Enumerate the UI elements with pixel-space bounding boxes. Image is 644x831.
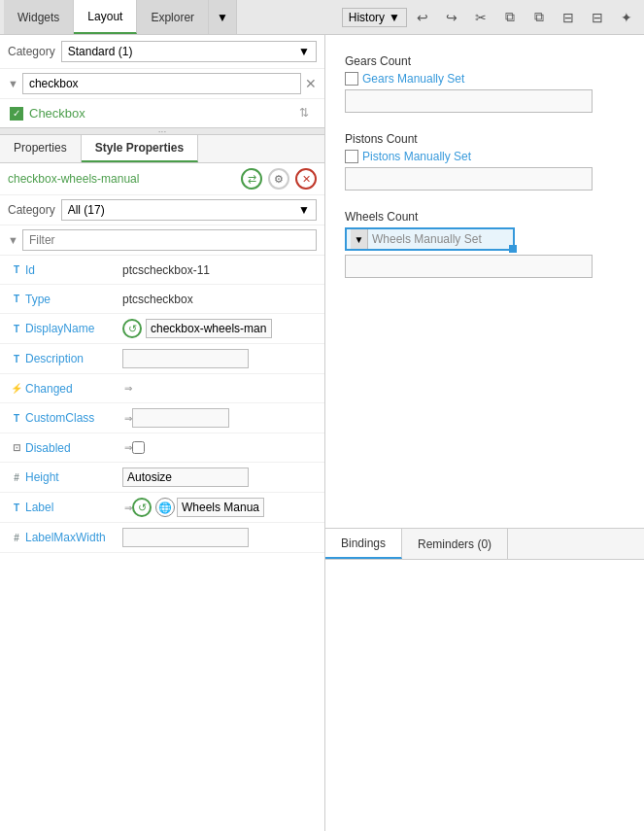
copy-button[interactable]: ⧉ bbox=[496, 4, 524, 31]
pistons-input[interactable] bbox=[345, 167, 593, 190]
label-refresh-button[interactable]: ↺ bbox=[132, 498, 152, 517]
pistons-field-row: Pistons Manually Set bbox=[345, 150, 625, 163]
tab-reminders[interactable]: Reminders (0) bbox=[402, 529, 508, 559]
prop-name-height: Height bbox=[25, 470, 122, 484]
history-dropdown-icon: ▼ bbox=[389, 11, 400, 24]
gears-checkbox[interactable] bbox=[345, 72, 358, 86]
props-category-select[interactable]: All (17) ▼ bbox=[61, 199, 317, 221]
prop-name-displayname: DisplayName bbox=[25, 322, 122, 335]
toolbar-tabs: Widgets Layout Explorer ▼ bbox=[4, 0, 237, 34]
prop-name-labelmaxwidth: LabelMaxWidth bbox=[25, 531, 122, 544]
wheels-field-row: ▼ Wheels Manually Set bbox=[345, 227, 625, 251]
prop-row-description: T Description bbox=[0, 344, 324, 374]
panel-divider: ··· bbox=[0, 127, 324, 135]
label-input[interactable] bbox=[177, 498, 264, 517]
disabled-checkbox[interactable] bbox=[132, 441, 145, 454]
prop-type-icon-customclass: T bbox=[8, 413, 25, 424]
prop-row-displayname: T DisplayName ↺ bbox=[0, 314, 324, 344]
tab-layout[interactable]: Layout bbox=[74, 0, 137, 34]
tab-bindings[interactable]: Bindings bbox=[325, 529, 402, 559]
tab-widgets[interactable]: Widgets bbox=[4, 0, 74, 34]
tab-style-properties[interactable]: Style Properties bbox=[82, 135, 198, 162]
component-name-row: checkbox-wheels-manual ⇄ ⚙ ✕ bbox=[0, 163, 324, 195]
category-row: Category Standard (1) ▼ bbox=[0, 35, 324, 69]
prop-type-icon-type: T bbox=[8, 294, 25, 304]
prop-arrow-label: ⇒ bbox=[124, 502, 132, 513]
props-category-dropdown-icon: ▼ bbox=[298, 203, 310, 217]
prop-type-icon-disabled: ⊡ bbox=[8, 442, 25, 453]
widget-filter-row: ▼ ✕ bbox=[0, 69, 324, 99]
filter-icon: ▼ bbox=[8, 78, 18, 89]
gears-input[interactable] bbox=[345, 89, 593, 113]
component-name: checkbox-wheels-manual bbox=[8, 172, 235, 186]
share-button[interactable]: ⇄ bbox=[241, 168, 262, 190]
prop-value-type: ptcscheckbox bbox=[122, 293, 317, 306]
top-toolbar: Widgets Layout Explorer ▼ History ▼ ↩ ↪ … bbox=[0, 0, 644, 35]
prop-row-disabled: ⊡ Disabled ⇒ bbox=[0, 433, 324, 463]
gears-checkbox-manual: Gears Manually Set bbox=[345, 72, 464, 86]
displayname-refresh-button[interactable]: ↺ bbox=[122, 319, 142, 338]
label-globe-button[interactable]: 🌐 bbox=[155, 498, 175, 517]
props-category-label: Category bbox=[8, 203, 55, 217]
category-select[interactable]: Standard (1) ▼ bbox=[61, 41, 317, 62]
wheels-dropdown-resizer[interactable] bbox=[509, 245, 517, 253]
cut-button[interactable]: ✂ bbox=[467, 4, 494, 31]
widget-checkbox-label: Checkbox bbox=[29, 106, 85, 121]
wheels-dropdown-inner: ▼ Wheels Manually Set bbox=[345, 227, 515, 251]
wheels-input[interactable] bbox=[345, 255, 593, 278]
close-component-button[interactable]: ✕ bbox=[295, 168, 317, 190]
canvas-area: Gears Count Gears Manually Set Pistons C… bbox=[325, 35, 644, 528]
tab-explorer[interactable]: Explorer bbox=[137, 0, 209, 34]
tab-dropdown-arrow[interactable]: ▼ bbox=[209, 0, 237, 34]
pistons-field-group: Pistons Count Pistons Manually Set bbox=[345, 132, 625, 190]
height-input[interactable] bbox=[122, 467, 249, 487]
prop-name-description: Description bbox=[25, 352, 122, 365]
gears-field-group: Gears Count Gears Manually Set bbox=[345, 54, 625, 113]
wheels-dropdown-arrow[interactable]: ▼ bbox=[351, 229, 368, 249]
prop-arrow-changed: ⇒ bbox=[124, 383, 132, 394]
undo-button[interactable]: ↩ bbox=[409, 4, 436, 31]
prop-name-changed: Changed bbox=[25, 382, 122, 396]
customclass-input[interactable] bbox=[132, 408, 229, 428]
prop-row-customclass: T CustomClass ⇒ bbox=[0, 403, 324, 433]
wheels-field-group: Wheels Count ▼ Wheels Manually Set bbox=[345, 210, 625, 278]
prop-row-height: # Height bbox=[0, 463, 324, 493]
category-label: Category bbox=[8, 45, 55, 58]
prop-name-disabled: Disabled bbox=[25, 441, 122, 455]
grid-button[interactable]: ⊟ bbox=[555, 4, 582, 31]
description-input[interactable] bbox=[122, 349, 249, 368]
prop-value-id: ptcscheckbox-11 bbox=[122, 263, 317, 277]
settings-button[interactable]: ⚙ bbox=[268, 168, 289, 190]
layout-button[interactable]: ⊟ bbox=[584, 4, 611, 31]
history-button[interactable]: History ▼ bbox=[342, 8, 407, 27]
labelmaxwidth-input[interactable] bbox=[122, 528, 249, 547]
props-filter-input[interactable] bbox=[22, 229, 317, 251]
redo-button[interactable]: ↪ bbox=[438, 4, 465, 31]
toolbar-right: History ▼ ↩ ↪ ✂ ⧉ ⧉ ⊟ ⊟ ✦ bbox=[342, 4, 640, 31]
tab-properties[interactable]: Properties bbox=[0, 135, 82, 162]
left-panel: Category Standard (1) ▼ ▼ ✕ Checkbox ⇅ ·… bbox=[0, 35, 325, 831]
prop-name-id: Id bbox=[25, 263, 122, 277]
widget-checkbox-check bbox=[10, 107, 23, 121]
prop-type-icon-description: T bbox=[8, 354, 25, 364]
right-panel: Gears Count Gears Manually Set Pistons C… bbox=[325, 35, 644, 831]
displayname-input[interactable] bbox=[146, 319, 272, 338]
wheels-dropdown-field[interactable]: ▼ Wheels Manually Set bbox=[345, 227, 515, 251]
category-dropdown-icon: ▼ bbox=[298, 45, 310, 58]
props-category-row: Category All (17) ▼ bbox=[0, 195, 324, 225]
widget-checkbox-item[interactable]: Checkbox ⇅ bbox=[0, 99, 324, 127]
main-layout: Category Standard (1) ▼ ▼ ✕ Checkbox ⇅ ·… bbox=[0, 35, 644, 831]
prop-name-customclass: CustomClass bbox=[25, 411, 122, 425]
props-filter-row: ▼ bbox=[0, 225, 324, 256]
paste-button[interactable]: ⧉ bbox=[525, 4, 553, 31]
filter-clear-button[interactable]: ✕ bbox=[305, 76, 317, 91]
pistons-checkbox-label: Pistons Manually Set bbox=[362, 150, 471, 163]
prop-row-labelmaxwidth: # LabelMaxWidth bbox=[0, 523, 324, 553]
pistons-label: Pistons Count bbox=[345, 132, 625, 146]
widget-filter-input[interactable] bbox=[22, 73, 301, 94]
wheels-label: Wheels Count bbox=[345, 210, 625, 224]
prop-type-icon-changed: ⚡ bbox=[8, 383, 25, 394]
pistons-checkbox[interactable] bbox=[345, 150, 358, 163]
component-button[interactable]: ✦ bbox=[613, 4, 640, 31]
properties-tabs: Properties Style Properties bbox=[0, 135, 324, 163]
